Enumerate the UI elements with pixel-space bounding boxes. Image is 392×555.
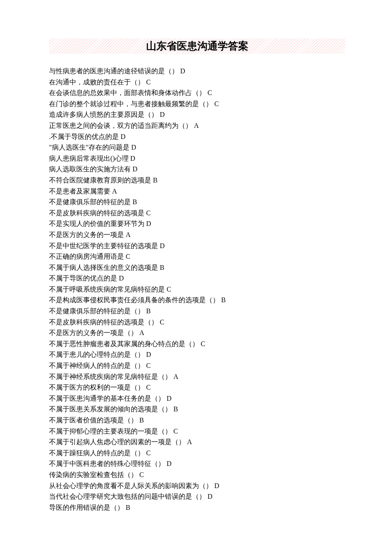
- qa-line: 不属于恶性肿瘤患者及其家属的身心特点的是（） C: [49, 338, 345, 350]
- answer-letter: B: [173, 405, 178, 413]
- qa-line: 不是实现人的价值的重要环节为 D: [49, 218, 345, 229]
- qa-line: 正常医患之间的会谈，双方的适当距离约为（） A: [49, 120, 345, 131]
- qa-line: "病人选医生"存在的问题是 D: [49, 142, 345, 153]
- question-text: 不是中世纪医学的主要特征的选项是: [49, 242, 158, 249]
- answer-letter: A: [173, 373, 179, 380]
- qa-line: 在门诊的整个就诊过程中，与患者接触最频繁的是（） C: [49, 98, 345, 110]
- answer-letter: D: [167, 395, 172, 402]
- qa-line: 导医的作用错误的是（） B: [49, 502, 345, 513]
- question-text: 不符合医院健康教育原则的选项是: [49, 176, 151, 184]
- question-text: 不是患者及家属需要: [49, 188, 110, 195]
- question-text: 不是健康俱乐部的特征的是（）: [49, 307, 144, 315]
- answer-letter: B: [139, 416, 144, 424]
- qa-line: 不是构成医事侵权民事责任必须具备的条件的选项是（） B: [49, 295, 345, 306]
- answer-letter: D: [130, 155, 135, 162]
- qa-line: 在沟通中，成败的责任在于（） C: [49, 77, 345, 88]
- qa-line: 不是健康俱乐部的特征的是 B: [49, 197, 345, 208]
- qa-line: 不属于医方的权利的一项是（） C: [49, 382, 345, 393]
- answer-letter: B: [160, 264, 164, 271]
- question-text: 不正确的病房沟通用语是: [49, 253, 124, 260]
- qa-line: 不是皮肤科疾病的特征的选项是 C: [49, 208, 345, 219]
- question-text: 不是实现人的价值的重要环节为: [49, 220, 144, 227]
- question-text: 不属于医方的权利的一项是（）: [49, 384, 144, 391]
- answer-letter: D: [160, 242, 165, 249]
- answer-letter: C: [146, 362, 151, 369]
- qa-line: 造成许多病人愤怒的主要原因是（） D: [49, 109, 345, 120]
- question-text: 不属于躁狂病人的特点的是（）: [49, 449, 144, 457]
- answer-letter: A: [139, 329, 144, 336]
- question-text: 不属于呼吸系统疾病的常见病特征的是: [49, 286, 165, 293]
- question-text: 不是健康俱乐部的特征的是: [49, 198, 131, 205]
- answer-letter: A: [112, 188, 117, 195]
- answer-letter: C: [139, 471, 144, 478]
- answer-letter: A: [126, 231, 131, 238]
- qa-line: 不属于躁狂病人的特点的是（） C: [49, 448, 345, 459]
- question-text: 不属于患儿的心理特点的是（）: [49, 351, 144, 358]
- qa-line: 不是患者及家属需要 A: [49, 186, 345, 197]
- qa-line: 不属于中医科患者的特殊心理特征（） D: [49, 458, 345, 469]
- question-text: 不属于病人选择医生的意义的选项是: [49, 264, 158, 271]
- qa-line: .不属于导医的优点的是 D: [49, 131, 345, 142]
- answer-letter: B: [146, 307, 151, 315]
- answer-letter: C: [126, 253, 130, 260]
- qa-line: 传染病的实验室检查包括（） C: [49, 469, 345, 480]
- qa-line: 在会谈信息的总效果中，面部表情和身体动作占（） C: [49, 87, 345, 98]
- qa-line: 不是医方的义务的一项是 A: [49, 229, 345, 240]
- answer-letter: A: [187, 438, 192, 445]
- question-text: "病人选医生"存在的问题是: [49, 144, 130, 151]
- answer-letter: B: [126, 504, 130, 511]
- question-text: 不属于神经病人的特点的是（）: [49, 362, 144, 369]
- answer-letter: D: [208, 493, 213, 500]
- question-text: 传染病的实验室检查包括（）: [49, 471, 138, 478]
- qa-line: 不属于呼吸系统疾病的常见病特征的是 C: [49, 284, 345, 295]
- answer-letter: C: [201, 340, 205, 347]
- question-text: 不属于神经系统疾病的常见病特征是（）: [49, 373, 172, 380]
- answer-letter: D: [146, 220, 151, 227]
- qa-line: 不符合医院健康教育原则的选项是 B: [49, 175, 345, 186]
- question-text: 不是医方的义务的一项是（）: [49, 329, 138, 336]
- question-text: 不是皮肤科疾病的特征的选项是: [49, 209, 144, 217]
- qa-line: 不属于神经病人的特点的是（） C: [49, 360, 345, 371]
- answer-letter: C: [146, 449, 151, 457]
- answer-letter: D: [180, 67, 185, 75]
- qa-line: 从社会心理学的角度看不是人际关系的影响因素为（） D: [49, 480, 345, 491]
- answer-letter: B: [133, 198, 137, 205]
- qa-line: 不属于患儿的心理特点的是（） D: [49, 349, 345, 360]
- answer-letter: D: [133, 165, 138, 173]
- question-text: 从社会心理学的角度看不是人际关系的影响因素为（）: [49, 482, 213, 489]
- question-text: 不属于医者价值的选项是（）: [49, 416, 138, 424]
- question-text: 不是医方的义务的一项是: [49, 231, 124, 238]
- answer-letter: D: [167, 460, 172, 467]
- question-text: 病人患病后常表现出()心理: [49, 155, 129, 162]
- answer-letter: B: [153, 176, 158, 184]
- qa-line: 不是医方的义务的一项是（） A: [49, 327, 345, 338]
- qa-line: 不是皮肤科疾病的特征的选项是（） C: [49, 317, 345, 328]
- qa-line: 不属于引起病人焦虑心理的因素的一项是（） A: [49, 436, 345, 448]
- answer-letter: C: [167, 286, 171, 293]
- answer-letter: C: [146, 384, 151, 391]
- answer-letter: D: [131, 144, 136, 151]
- answer-letter: D: [214, 482, 219, 489]
- answer-letter: C: [214, 100, 219, 107]
- answer-letter: D: [121, 133, 126, 140]
- question-text: 与性病患者的医患沟通的途径错误的是（）: [49, 67, 179, 75]
- question-text: 当代社会心理学研究大致包括的问题中错误的是（）: [49, 493, 206, 500]
- question-text: 在会谈信息的总效果中，面部表情和身体动作占（）: [49, 89, 206, 96]
- answer-letter: B: [221, 296, 226, 304]
- question-text: 不属于医患沟通学的基本任务的是（）: [49, 395, 165, 402]
- question-text: 不属于中医科患者的特殊心理特征（）: [49, 460, 165, 467]
- qa-line: 不是健康俱乐部的特征的是（） B: [49, 306, 345, 317]
- qa-line: 不正确的病房沟通用语是 C: [49, 251, 345, 262]
- qa-list: 与性病患者的医患沟通的途径错误的是（） D在沟通中，成败的责任在于（） C在会谈…: [49, 66, 345, 513]
- answer-letter: D: [146, 351, 151, 358]
- question-text: .不属于导医的优点的是: [49, 133, 119, 140]
- question-text: 在门诊的整个就诊过程中，与患者接触最频繁的是（）: [49, 100, 213, 107]
- question-text: 病人选取医生的实施方法有: [49, 165, 131, 173]
- qa-line: 不属于导医的优点的是 D: [49, 273, 345, 284]
- question-text: 不属于引起病人焦虑心理的因素的一项是（）: [49, 438, 185, 445]
- question-text: 造成许多病人愤怒的主要原因是（）: [49, 111, 158, 118]
- qa-line: 与性病患者的医患沟通的途径错误的是（） D: [49, 66, 345, 77]
- answer-letter: C: [146, 209, 151, 217]
- question-text: 不是皮肤科疾病的特征的选项是（）: [49, 318, 158, 326]
- answer-letter: C: [173, 428, 178, 435]
